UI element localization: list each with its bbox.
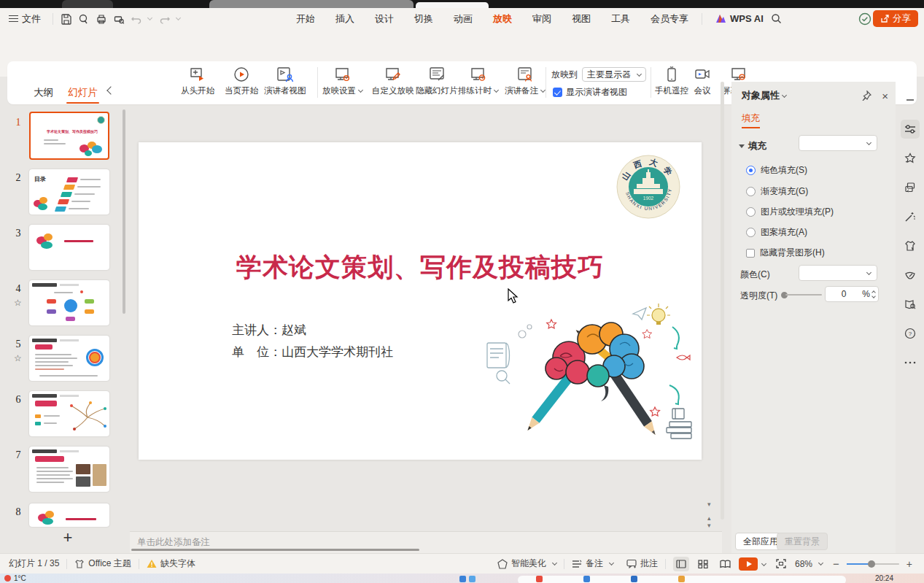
redo-dropdown-chevron[interactable]	[176, 15, 181, 20]
handwriting-button[interactable]	[901, 266, 920, 285]
hide-slide-button[interactable]: 隐藏幻灯片	[416, 66, 458, 96]
wps-ai-button[interactable]: WPS AI	[715, 13, 764, 24]
more-options-button[interactable]	[901, 353, 920, 372]
picture-fill-radio[interactable]: 图片或纹理填充(P)	[746, 206, 834, 218]
comments-button[interactable]: 批注	[626, 557, 658, 570]
tab-slideshow[interactable]: 放映	[483, 9, 522, 29]
close-panel-icon[interactable]: ×	[882, 90, 888, 102]
slide-thumbnail-2[interactable]: 目录	[29, 169, 109, 215]
gradient-fill-radio[interactable]: 渐变填充(G)	[746, 185, 808, 198]
color-select[interactable]	[799, 265, 877, 281]
slide-thumbnail-1[interactable]: 学术论文策划、写作及投稿技巧	[29, 112, 109, 160]
fit-window-button[interactable]	[773, 557, 789, 571]
missing-font-warning[interactable]: 缺失字体	[147, 557, 195, 570]
switch-shape-button[interactable]	[901, 178, 920, 197]
tab-transition[interactable]: 切换	[404, 9, 443, 29]
zoom-slider-knob[interactable]	[868, 560, 875, 568]
search-button[interactable]	[768, 11, 785, 27]
transparency-slider-track[interactable]	[785, 294, 822, 296]
taskbar-app-icon[interactable]	[678, 576, 685, 582]
zoom-in-button[interactable]: +	[906, 558, 912, 570]
tab-member[interactable]: 会员专享	[640, 9, 699, 29]
normal-view-button[interactable]	[673, 557, 689, 571]
zoom-level[interactable]: 68%	[795, 559, 823, 569]
from-beginning-button[interactable]: 从头开始	[181, 66, 214, 96]
export-button[interactable]	[75, 11, 93, 27]
slides-tab[interactable]: 幻灯片	[63, 84, 102, 101]
cloud-sync-status[interactable]	[858, 12, 871, 26]
section-collapse-icon[interactable]	[739, 144, 745, 148]
editor-scrollbar[interactable]	[721, 82, 724, 520]
save-button[interactable]	[58, 11, 75, 27]
zoom-out-button[interactable]: −	[833, 557, 839, 570]
tab-insert[interactable]: 插入	[325, 9, 365, 29]
tab-animation[interactable]: 动画	[443, 9, 483, 29]
slide-thumbnail-3[interactable]	[29, 225, 109, 270]
chevron-down-icon[interactable]	[782, 92, 787, 97]
phone-remote-button[interactable]: 手机遥控	[655, 66, 688, 96]
tab-tools[interactable]: 工具	[601, 9, 640, 29]
tab-home[interactable]: 开始	[286, 9, 325, 29]
from-current-button[interactable]: 当页开始	[225, 66, 258, 96]
collapse-panel-button[interactable]	[901, 90, 920, 109]
horizontal-scrollbar[interactable]	[131, 549, 419, 551]
slide-sorter-view-button[interactable]	[695, 557, 711, 571]
rehearse-timing-button[interactable]: 排练计时	[458, 66, 498, 96]
pin-icon[interactable]	[861, 90, 871, 101]
reset-background-button[interactable]: 重置背景	[777, 533, 828, 550]
slideshow-settings-button[interactable]: 放映设置	[322, 66, 362, 96]
slide-title[interactable]: 学术论文策划、写作及投稿技巧	[139, 250, 702, 285]
print-button[interactable]	[93, 11, 110, 27]
windows-taskbar[interactable]: 1°C 20:24	[0, 574, 924, 583]
speaker-notes-button[interactable]: 演讲备注	[505, 66, 545, 96]
fill-style-select[interactable]	[799, 135, 877, 151]
magic-beautify-button[interactable]	[901, 207, 920, 226]
smart-beautify-button[interactable]: 智能美化	[497, 557, 556, 570]
pattern-fill-radio[interactable]: 图案填充(A)	[746, 226, 807, 239]
slide-speaker-line[interactable]: 主讲人：赵斌	[232, 322, 306, 339]
reference-search-button[interactable]	[901, 295, 920, 314]
share-button[interactable]: 分享	[873, 10, 918, 27]
slide-thumbnail-5[interactable]	[29, 336, 109, 381]
effects-button[interactable]	[901, 149, 920, 168]
prev-slide-icon[interactable]: ▴▾	[707, 514, 711, 529]
taskbar-app-icon[interactable]	[536, 576, 543, 582]
slide-thumbnail-6[interactable]	[29, 391, 109, 436]
start-icon[interactable]	[469, 576, 475, 582]
taskbar-app-icon[interactable]	[631, 576, 637, 582]
add-slide-button[interactable]: +	[57, 528, 79, 547]
hide-bg-checkbox[interactable]: 隐藏背景图形(H)	[746, 247, 825, 259]
fill-tab[interactable]: 填充	[742, 112, 760, 128]
zoom-slider[interactable]	[847, 563, 899, 565]
slide-thumbnail-4[interactable]	[29, 280, 109, 325]
play-options-chevron[interactable]	[761, 561, 766, 566]
object-properties-button[interactable]	[901, 120, 920, 139]
taskbar-app-icon[interactable]	[583, 576, 590, 582]
custom-slideshow-button[interactable]: 自定义放映	[372, 66, 414, 96]
help-button[interactable]: ?	[901, 324, 920, 343]
transparency-input[interactable]: 0 %	[825, 286, 879, 302]
scroll-up-icon[interactable]: ▾	[707, 501, 711, 508]
design-skin-button[interactable]	[901, 236, 920, 255]
slide-thumbnail-7[interactable]	[29, 447, 109, 492]
reading-view-button[interactable]	[717, 557, 733, 571]
notes-toggle-button[interactable]: 备注	[572, 557, 613, 570]
print-preview-button[interactable]	[110, 11, 128, 27]
file-menu-button[interactable]: 文件	[0, 12, 48, 26]
tab-design[interactable]: 设计	[365, 9, 404, 29]
slideshow-play-button[interactable]	[739, 557, 758, 571]
slide-organization-line[interactable]: 单 位：山西大学学术期刊社	[232, 344, 393, 360]
solid-fill-radio[interactable]: 纯色填充(S)	[746, 164, 807, 177]
sidebar-scrollbar[interactable]	[123, 109, 125, 525]
undo-button[interactable]	[128, 11, 145, 27]
slide-canvas[interactable]: 学术论文策划、写作及投稿技巧 主讲人：赵斌 单 位：山西大学学术期刊社 山西大学…	[139, 142, 702, 460]
undo-dropdown-chevron[interactable]	[147, 15, 152, 20]
tab-review[interactable]: 审阅	[522, 9, 562, 29]
display-to-select[interactable]: 主要显示器	[582, 67, 646, 82]
start-icon[interactable]	[459, 576, 466, 582]
outline-tab[interactable]: 大纲	[29, 84, 58, 101]
show-presenter-view-checkbox[interactable]: 显示演讲者视图	[553, 86, 627, 99]
slide-thumbnail-8[interactable]	[29, 503, 109, 527]
presenter-view-button[interactable]: 演讲者视图	[264, 66, 306, 96]
tab-view[interactable]: 视图	[562, 9, 601, 29]
